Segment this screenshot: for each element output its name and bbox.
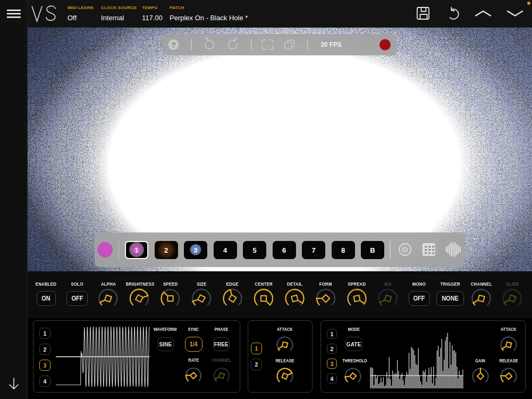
svg-text:30 FPS: 30 FPS (321, 41, 342, 48)
svg-text:?: ? (171, 41, 175, 49)
